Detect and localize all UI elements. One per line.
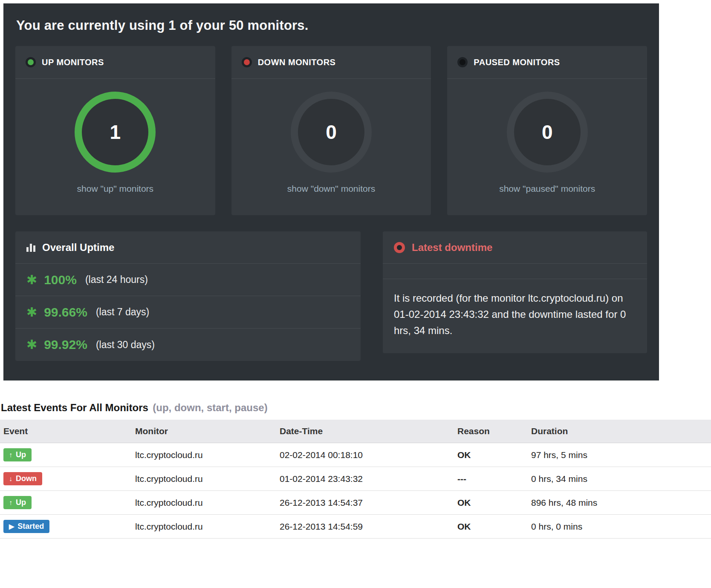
show-down-monitors-link[interactable]: show "down" monitors (287, 184, 375, 194)
event-duration: 896 hrs, 48 mins (528, 491, 711, 515)
started-event-badge: ▶ Started (3, 520, 49, 533)
starburst-icon: ✱ (26, 306, 37, 319)
show-up-monitors-link[interactable]: show "up" monitors (77, 184, 153, 194)
up-event-badge: ↑ Up (3, 496, 32, 509)
monitor-cards-row: UP MONITORS 1 show "up" monitors DOWN MO… (15, 46, 647, 215)
event-badge-label: Up (16, 498, 26, 507)
events-title-row: Latest Events For All Monitors (up, down… (0, 402, 711, 414)
starburst-icon: ✱ (26, 338, 37, 351)
down-monitors-card-header: DOWN MONITORS (231, 46, 431, 79)
up-arrow-icon: ↑ (9, 499, 12, 506)
summary-panels-row: Overall Uptime ✱ 100% (last 24 hours) ✱ … (15, 231, 647, 361)
column-header-event: Event (0, 420, 132, 443)
uptime-row-24h: ✱ 100% (last 24 hours) (15, 264, 361, 296)
event-badge-label: Up (16, 450, 26, 459)
paused-count-ring: 0 (507, 92, 588, 173)
up-status-dot-icon (26, 57, 36, 67)
uptime-period-24h: (last 24 hours) (85, 274, 148, 285)
event-datetime: 01-02-2014 23:43:32 (276, 467, 454, 491)
paused-monitors-card-header: PAUSED MONITORS (447, 46, 647, 79)
events-subtitle: (up, down, start, pause) (153, 402, 267, 413)
uptime-value-30d: 99.92% (44, 337, 87, 352)
event-reason: OK (454, 491, 528, 515)
table-row: ↑ Up ltc.cryptocloud.ru 02-02-2014 00:18… (0, 443, 711, 467)
down-monitors-card-body: 0 show "down" monitors (231, 79, 431, 194)
paused-monitors-label: PAUSED MONITORS (474, 58, 560, 67)
monitor-name: ltc.cryptocloud.ru (132, 443, 276, 467)
latest-downtime-panel: Latest downtime It is recorded (for the … (383, 231, 647, 353)
latest-downtime-header: Latest downtime (383, 231, 647, 264)
events-table: Event Monitor Date-Time Reason Duration … (0, 420, 711, 539)
monitor-name: ltc.cryptocloud.ru (132, 467, 276, 491)
page-title: You are currently using 1 of your 50 mon… (16, 18, 647, 33)
downtime-donut-icon (394, 242, 405, 253)
latest-downtime-text: It is recorded (for the monitor ltc.cryp… (383, 279, 647, 353)
paused-monitors-card: PAUSED MONITORS 0 show "paused" monitors (447, 46, 647, 215)
column-header-monitor: Monitor (132, 420, 276, 443)
table-row: ↑ Up ltc.cryptocloud.ru 26-12-2013 14:54… (0, 491, 711, 515)
event-badge-label: Started (17, 522, 44, 531)
event-duration: 0 hrs, 0 mins (528, 515, 711, 539)
up-count: 1 (110, 121, 121, 144)
column-header-duration: Duration (528, 420, 711, 443)
down-count-ring: 0 (291, 92, 372, 173)
bar-chart-icon (26, 243, 35, 252)
up-count-ring: 1 (75, 92, 156, 173)
monitor-name: ltc.cryptocloud.ru (132, 515, 276, 539)
down-monitors-card: DOWN MONITORS 0 show "down" monitors (231, 46, 431, 215)
paused-monitors-card-body: 0 show "paused" monitors (447, 79, 647, 194)
latest-downtime-subheader (383, 264, 647, 279)
event-datetime: 26-12-2013 14:54:59 (276, 515, 454, 539)
column-header-reason: Reason (454, 420, 528, 443)
uptime-period-7d: (last 7 days) (96, 306, 149, 318)
column-header-datetime: Date-Time (276, 420, 454, 443)
play-icon: ▶ (9, 523, 14, 530)
event-duration: 97 hrs, 5 mins (528, 443, 711, 467)
up-event-badge: ↑ Up (3, 448, 32, 461)
table-row: ↓ Down ltc.cryptocloud.ru 01-02-2014 23:… (0, 467, 711, 491)
up-monitors-card-header: UP MONITORS (15, 46, 215, 79)
show-paused-monitors-link[interactable]: show "paused" monitors (499, 184, 595, 194)
down-event-badge: ↓ Down (3, 472, 42, 485)
paused-status-dot-icon (457, 57, 468, 67)
uptime-row-7d: ✱ 99.66% (last 7 days) (15, 296, 361, 329)
overall-uptime-title: Overall Uptime (42, 242, 114, 254)
event-reason: OK (454, 515, 528, 539)
latest-downtime-title: Latest downtime (412, 242, 492, 254)
event-reason: OK (454, 443, 528, 467)
event-datetime: 26-12-2013 14:54:37 (276, 491, 454, 515)
uptime-value-7d: 99.66% (44, 305, 87, 320)
monitor-name: ltc.cryptocloud.ru (132, 491, 276, 515)
uptime-period-30d: (last 30 days) (96, 339, 155, 351)
event-datetime: 02-02-2014 00:18:10 (276, 443, 454, 467)
event-badge-label: Down (16, 474, 37, 483)
table-row: ▶ Started ltc.cryptocloud.ru 26-12-2013 … (0, 515, 711, 539)
event-duration: 0 hrs, 34 mins (528, 467, 711, 491)
uptime-value-24h: 100% (44, 273, 77, 287)
overall-uptime-panel: Overall Uptime ✱ 100% (last 24 hours) ✱ … (15, 231, 361, 361)
events-title: Latest Events For All Monitors (1, 402, 148, 413)
overall-uptime-header: Overall Uptime (15, 231, 361, 264)
down-arrow-icon: ↓ (9, 476, 12, 482)
up-monitors-label: UP MONITORS (42, 58, 104, 67)
up-arrow-icon: ↑ (9, 452, 12, 458)
paused-count: 0 (542, 121, 553, 144)
down-status-dot-icon (242, 57, 252, 67)
down-count: 0 (326, 121, 337, 144)
latest-events-section: Latest Events For All Monitors (up, down… (0, 380, 711, 539)
uptime-row-30d: ✱ 99.92% (last 30 days) (15, 329, 361, 361)
down-monitors-label: DOWN MONITORS (258, 58, 336, 67)
event-reason: --- (454, 467, 528, 491)
up-monitors-card: UP MONITORS 1 show "up" monitors (15, 46, 215, 215)
dashboard-panel: You are currently using 1 of your 50 mon… (3, 3, 659, 380)
up-monitors-card-body: 1 show "up" monitors (15, 79, 215, 194)
starburst-icon: ✱ (26, 274, 37, 286)
events-table-header-row: Event Monitor Date-Time Reason Duration (0, 420, 711, 443)
